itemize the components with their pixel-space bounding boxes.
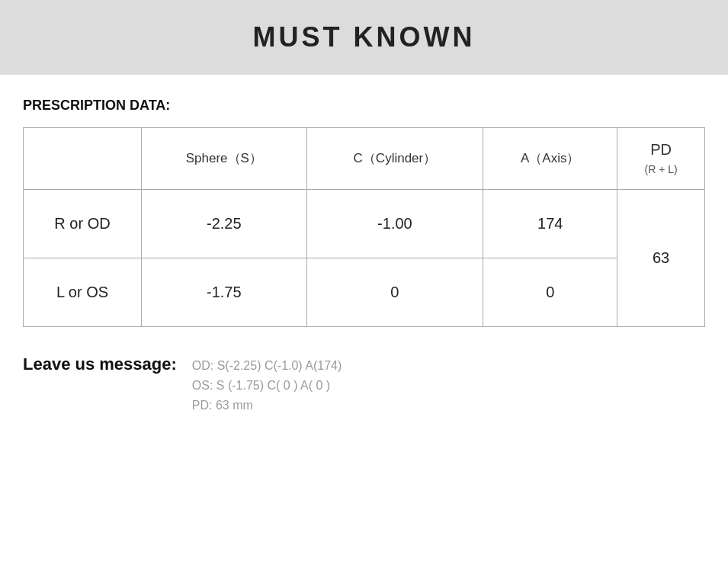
header-section: MUST KNOWN <box>0 0 728 75</box>
header-sphere: Sphere（S） <box>142 128 307 190</box>
message-line-os: OS: S (-1.75) C( 0 ) A( 0 ) <box>192 379 342 393</box>
od-sphere: -2.25 <box>142 189 307 258</box>
section-label: PRESCRIPTION DATA: <box>23 98 705 114</box>
header-pd: PD (R + L) <box>617 128 705 190</box>
header-empty <box>24 128 142 190</box>
os-axis: 0 <box>483 258 617 326</box>
header-cylinder: C（Cylinder） <box>306 128 483 190</box>
table-header-row: Sphere（S） C（Cylinder） A（Axis） PD (R + L) <box>24 128 705 190</box>
page-title: MUST KNOWN <box>253 21 476 53</box>
prescription-table: Sphere（S） C（Cylinder） A（Axis） PD (R + L)… <box>23 127 705 327</box>
row-label-od: R or OD <box>24 189 142 258</box>
message-row: Leave us message: OD: S(-2.25) C(-1.0) A… <box>23 354 705 412</box>
message-line-od: OD: S(-2.25) C(-1.0) A(174) <box>192 359 342 373</box>
pd-value: 63 <box>617 189 705 326</box>
od-cylinder: -1.00 <box>306 189 483 258</box>
header-axis: A（Axis） <box>483 128 617 190</box>
main-content: PRESCRIPTION DATA: Sphere（S） C（Cylinder）… <box>0 98 728 412</box>
table-row-os: L or OS -1.75 0 0 <box>24 258 705 326</box>
pd-sub-label: (R + L) <box>645 163 678 175</box>
row-label-os: L or OS <box>24 258 142 326</box>
pd-main-label: PD <box>625 139 697 160</box>
table-row-od: R or OD -2.25 -1.00 174 63 <box>24 189 705 258</box>
message-line-pd: PD: 63 mm <box>192 399 342 412</box>
message-label: Leave us message: <box>23 354 177 374</box>
os-sphere: -1.75 <box>142 258 307 326</box>
message-section: Leave us message: OD: S(-2.25) C(-1.0) A… <box>23 354 705 412</box>
message-lines: OD: S(-2.25) C(-1.0) A(174) OS: S (-1.75… <box>192 359 342 412</box>
od-axis: 174 <box>483 189 617 258</box>
os-cylinder: 0 <box>306 258 483 326</box>
